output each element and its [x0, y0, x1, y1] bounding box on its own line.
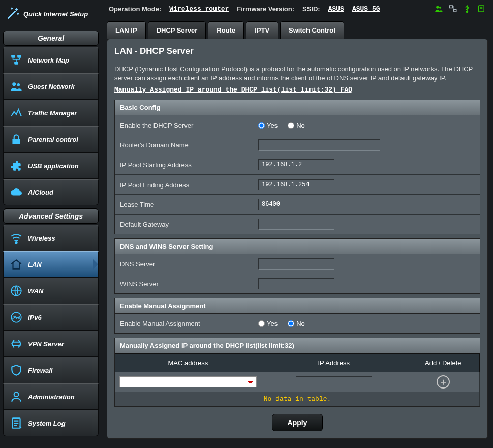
tab-lan-ip[interactable]: LAN IP [107, 21, 146, 39]
label-enable-manual: Enable Manual Assignment [115, 314, 253, 333]
svg-rect-14 [449, 6, 452, 8]
sidebar-item-label: Administration [28, 393, 75, 401]
content-panel: LAN - DHCP Server DHCP (Dynamic Host Con… [107, 39, 488, 439]
sidebar-item-label: Traffic Manager [28, 109, 77, 117]
sidebar-section-advanced: Advanced Settings [3, 208, 99, 224]
opmode-value[interactable]: Wireless router [169, 5, 229, 13]
globe-icon [10, 284, 23, 297]
wifi-icon [10, 231, 23, 245]
section-title-basic: Basic Config [115, 100, 480, 115]
page-description: DHCP (Dynamic Host Configuration Protoco… [114, 65, 480, 83]
label-wins-server: WINS Server [115, 274, 253, 293]
sidebar-item-wan[interactable]: WAN [3, 278, 99, 304]
svg-point-6 [15, 242, 17, 243]
tab-route[interactable]: Route [208, 21, 244, 39]
lock-icon [10, 133, 23, 146]
quick-internet-setup[interactable]: Quick Internet Setup [0, 0, 102, 27]
input-wins-server[interactable] [258, 278, 334, 289]
svg-text:IPv6: IPv6 [12, 315, 20, 320]
sidebar-item-label: Guest Network [28, 83, 75, 91]
ssid-24-value[interactable]: ASUS [328, 5, 344, 13]
input-domain-name[interactable] [258, 139, 380, 151]
clients-icon[interactable] [434, 4, 443, 13]
sidebar-item-network-map[interactable]: Network Map [3, 47, 99, 73]
sidebar-item-administration[interactable]: Administration [3, 383, 99, 410]
sidebar-item-vpn-server[interactable]: VPN Server [3, 331, 99, 357]
fwver-label: Firmware Version: [237, 5, 294, 13]
sidebar-item-label: System Log [28, 420, 66, 427]
label-pool-start: IP Pool Starting Address [115, 155, 253, 174]
home-icon [10, 258, 23, 271]
section-assign-table: Manually Assigned IP around the DHCP lis… [114, 338, 480, 407]
col-action: Add / Delete [407, 354, 479, 372]
device-icon[interactable] [477, 4, 486, 13]
sidebar-item-traffic-manager[interactable]: Traffic Manager [3, 100, 99, 126]
opmode-label: Operation Mode: [109, 5, 161, 13]
shield-icon [10, 364, 23, 377]
sidebar-item-parental-control[interactable]: Parental control [3, 126, 99, 153]
sidebar-item-firewall[interactable]: Firewall [3, 357, 99, 383]
sidebar-item-label: LAN [28, 261, 42, 268]
select-mac-address[interactable] [119, 376, 257, 387]
wand-icon [5, 6, 20, 21]
input-ip-address[interactable] [296, 376, 372, 387]
sidebar-item-system-log[interactable]: System Log [3, 410, 99, 436]
svg-point-13 [439, 7, 441, 9]
input-pool-start[interactable] [258, 159, 334, 170]
sidebar-item-label: VPN Server [28, 340, 64, 348]
tab-switch-control[interactable]: Switch Control [280, 21, 344, 39]
label-dns-server: DNS Server [115, 254, 253, 274]
sidebar-item-guest-network[interactable]: Guest Network [3, 73, 99, 100]
sidebar-item-label: Wireless [28, 234, 55, 242]
section-dns-wins: DNS and WINS Server Setting DNS Server W… [114, 238, 480, 294]
label-enable-dhcp: Enable the DHCP Server [115, 115, 253, 135]
sidebar-item-usb-application[interactable]: USB application [3, 153, 99, 179]
sidebar-item-label: IPv6 [28, 314, 42, 321]
sidebar-item-label: USB application [28, 162, 79, 170]
apply-button[interactable]: Apply [272, 414, 323, 431]
radio-enable-dhcp-no[interactable] [288, 122, 294, 129]
sidebar-item-ipv6[interactable]: IPv6 IPv6 [3, 304, 99, 331]
radio-enable-manual-yes[interactable] [258, 320, 265, 327]
sidebar-item-aicloud[interactable]: AiCloud [3, 179, 99, 205]
svg-rect-2 [14, 62, 18, 64]
admin-icon [10, 390, 23, 403]
sidebar-section-general: General [3, 31, 99, 46]
label-default-gateway: Default Gateway [115, 215, 253, 234]
usb-icon[interactable] [463, 4, 472, 13]
input-lease-time[interactable] [258, 199, 334, 210]
svg-point-4 [17, 83, 20, 86]
col-mac: MAC address [115, 354, 261, 372]
label-domain-name: Router's Domain Name [115, 135, 253, 155]
section-title-manual: Enable Manual Assignment [115, 298, 480, 314]
svg-point-3 [12, 82, 16, 86]
svg-point-16 [467, 11, 468, 13]
radio-enable-manual-no[interactable] [288, 320, 294, 327]
section-title-dnswins: DNS and WINS Server Setting [115, 239, 480, 254]
section-basic-config: Basic Config Enable the DHCP Server Yes … [114, 100, 480, 234]
quick-setup-label: Quick Internet Setup [23, 10, 88, 18]
cloud-icon [10, 186, 23, 199]
sidebar-item-wireless[interactable]: Wireless [3, 225, 99, 251]
nat-icon[interactable] [448, 4, 457, 13]
input-pool-end[interactable] [258, 179, 334, 190]
svg-rect-1 [17, 55, 21, 57]
sidebar-item-label: AiCloud [28, 189, 53, 196]
faq-link[interactable]: Manually Assigned IP around the DHCP lis… [114, 86, 352, 94]
log-icon [10, 416, 23, 430]
ssid-5g-value[interactable]: ASUS_5G [352, 5, 380, 13]
sidebar-item-label: WAN [28, 287, 43, 295]
vpn-icon [10, 337, 23, 350]
add-entry-button[interactable]: ＋ [437, 375, 450, 389]
table-empty-message: No data in table. [115, 392, 480, 406]
label-pool-end: IP Pool Ending Address [115, 175, 253, 194]
page-title: LAN - DHCP Server [114, 46, 480, 56]
input-dns-server[interactable] [258, 258, 334, 270]
top-info-bar: Operation Mode: Wireless router Firmware… [102, 0, 493, 17]
ipv6-icon: IPv6 [10, 311, 23, 324]
sidebar-item-lan[interactable]: LAN [3, 251, 99, 278]
tab-iptv[interactable]: IPTV [246, 21, 278, 39]
tab-dhcp-server[interactable]: DHCP Server [148, 21, 206, 39]
radio-enable-dhcp-yes[interactable] [258, 122, 265, 129]
input-default-gateway[interactable] [258, 219, 334, 230]
